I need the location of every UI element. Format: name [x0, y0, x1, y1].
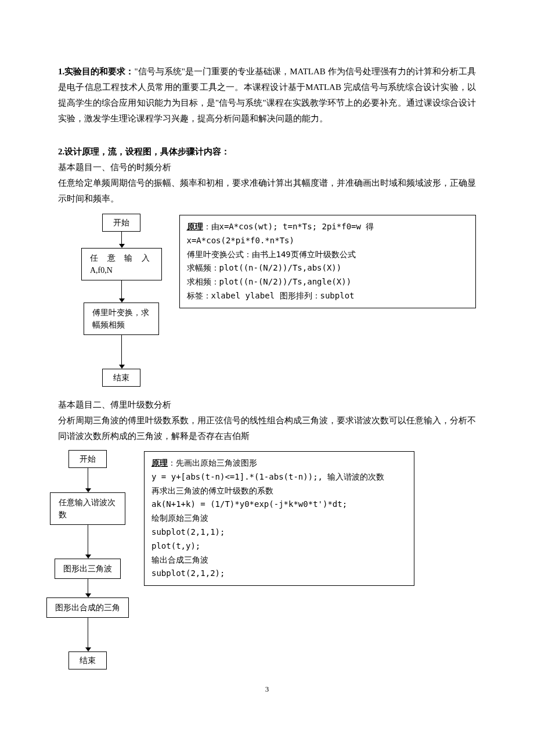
fc1-process: 傅里叶变换，求幅频相频 — [84, 303, 159, 335]
section-2-heading: 2.设计原理，流，设程图，具体步骤计内容： — [58, 144, 476, 160]
topic-1-title: 基本题目一、信号的时频分析 — [58, 160, 476, 175]
fc-arrow — [88, 618, 88, 651]
document-page: 1.实验目的和要求："信号与系统"是一门重要的专业基础课，MATLAB 作为信号… — [0, 0, 534, 693]
fc2-draw-synth: 图形出合成的三角 — [46, 597, 129, 618]
topic-1-content: 开始 任 意 输 入 A,f0,N 傅里叶变换，求幅频相频 结束 原理：由x=A… — [58, 214, 476, 387]
flowchart-1: 开始 任 意 输 入 A,f0,N 傅里叶变换，求幅频相频 结束 — [81, 214, 162, 387]
fc1-start: 开始 — [102, 214, 140, 232]
flowchart-2: 开始 任意输入谐波次数 图形出三角波 图形出合成的三角 结束 — [46, 450, 129, 669]
fc2-start: 开始 — [68, 450, 107, 468]
fc-arrow — [121, 335, 122, 369]
fc-arrow — [121, 280, 122, 303]
topic-1-desc: 任意给定单频周期信号的振幅、频率和初相，要求准确计算出其幅度谱，并准确画出时域和… — [58, 175, 476, 207]
fc1-end: 结束 — [102, 369, 140, 387]
fc1-input: 任 意 输 入 A,f0,N — [81, 248, 162, 280]
fc1-input-l2: A,f0,N — [90, 266, 113, 275]
fc1-input-l1: 任 意 输 入 — [90, 254, 153, 262]
fc-arrow — [88, 468, 88, 492]
topic-2-title: 基本题目二、傅里叶级数分析 — [58, 397, 476, 413]
fc-arrow — [88, 525, 88, 559]
section-1: 1.实验目的和要求："信号与系统"是一门重要的专业基础课，MATLAB 作为信号… — [58, 64, 476, 127]
principle-1-text: ：由x=A*cos(wt); t=n*Ts; 2pi*f0=w 得 x=A*co… — [187, 222, 374, 300]
principle-2-text: ：先画出原始三角波图形 y = y+[abs(t-n)<=1].*(1-abs(… — [151, 458, 384, 578]
fc2-input: 任意输入谐波次数 — [50, 492, 125, 525]
principle-1-label: 原理 — [187, 222, 203, 231]
section-1-heading: 1.实验目的和要求： — [58, 67, 134, 76]
principle-box-2: 原理：先画出原始三角波图形 y = y+[abs(t-n)<=1].*(1-ab… — [144, 451, 414, 586]
fc2-end: 结束 — [68, 651, 107, 669]
page-number: 3 — [0, 682, 534, 693]
topic-2-desc: 分析周期三角波的傅里叶级数系数，用正弦信号的线性组合构成三角波，要求谐波次数可以… — [58, 413, 476, 444]
fc-arrow — [121, 232, 122, 248]
principle-box-1: 原理：由x=A*cos(wt); t=n*Ts; 2pi*f0=w 得 x=A*… — [179, 215, 477, 308]
fc2-draw-orig: 图形出三角波 — [55, 559, 121, 579]
principle-2-label: 原理 — [151, 458, 168, 467]
topic-2-content: 开始 任意输入谐波次数 图形出三角波 图形出合成的三角 结束 原理：先画出原始三… — [46, 450, 476, 669]
fc-arrow — [88, 579, 88, 597]
